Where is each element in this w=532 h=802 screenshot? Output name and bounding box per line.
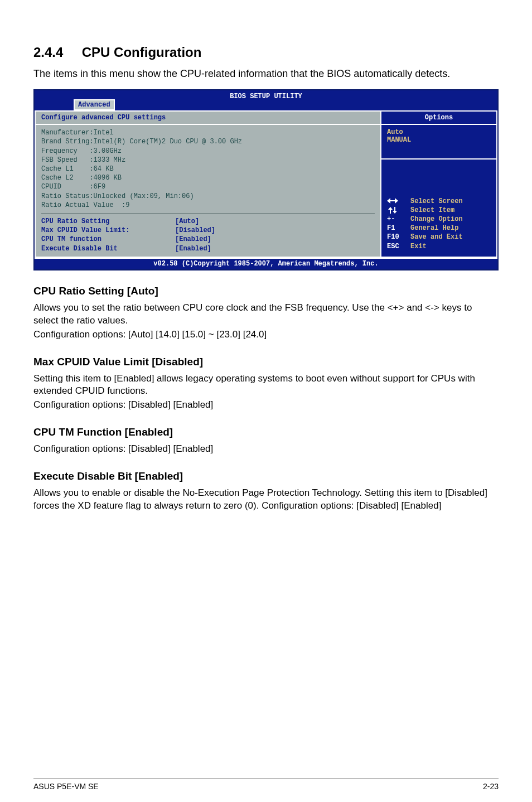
subheading-cpu-tm: CPU TM Function [Enabled] xyxy=(33,426,499,438)
bios-tab-advanced[interactable]: Advanced xyxy=(74,99,115,110)
bios-option-item[interactable]: MANUAL xyxy=(387,136,491,144)
body-text: Configuration options: [Disabled] [Enabl… xyxy=(33,443,499,456)
nav-label: Select Item xyxy=(410,206,454,215)
bios-nav-help: Select Screen Select Item +- Change Opti… xyxy=(381,194,496,257)
setting-label: Max CPUID Value Limit: xyxy=(41,226,175,235)
bios-main-content: Manufacturer:Intel Brand String:Intel(R)… xyxy=(36,125,380,256)
setting-label: CPU Ratio Setting xyxy=(41,217,175,226)
nav-key: F1 xyxy=(387,224,410,233)
nav-label: Select Screen xyxy=(410,197,463,206)
svg-marker-3 xyxy=(393,207,397,214)
setting-max-cpuid[interactable]: Max CPUID Value Limit: [Disabled] xyxy=(41,226,375,235)
nav-row: F10 Save and Exit xyxy=(387,233,491,241)
setting-cpu-tm[interactable]: CPU TM function [Enabled] xyxy=(41,235,375,244)
body-text: Setting this item to [Enabled] allows le… xyxy=(33,373,499,398)
cpu-info-line: Cache L2 :4096 KB xyxy=(41,173,375,182)
bios-side-panel: Options Auto MANUAL Select Screen xyxy=(380,112,497,257)
bios-option-item[interactable]: Auto xyxy=(387,128,491,136)
cpu-info-line: Cache L1 :64 KB xyxy=(41,165,375,173)
arrows-ud-icon xyxy=(387,206,410,215)
divider xyxy=(41,213,375,214)
bios-screenshot: BIOS SETUP UTILITY Advanced Configure ad… xyxy=(33,89,499,270)
setting-value: [Enabled] xyxy=(175,244,211,253)
body-text: Configuration options: [Disabled] [Enabl… xyxy=(33,399,499,412)
nav-row: Select Screen xyxy=(387,197,491,206)
footer-left: ASUS P5E-VM SE xyxy=(33,782,99,791)
bios-options-body: Auto MANUAL xyxy=(381,125,496,158)
setting-label: CPU TM function xyxy=(41,235,175,244)
nav-key: ESC xyxy=(387,242,410,251)
nav-label: Save and Exit xyxy=(410,233,463,241)
section-title-text: CPU Configuration xyxy=(82,45,202,60)
cpu-info-line: Brand String:Intel(R) Core(TM)2 Duo CPU … xyxy=(41,137,375,146)
bios-title-bar: BIOS SETUP UTILITY Advanced xyxy=(35,90,497,110)
bios-title: BIOS SETUP UTILITY xyxy=(230,93,302,100)
arrows-lr-icon xyxy=(387,197,410,206)
bios-footer: v02.58 (C)Copyright 1985-2007, American … xyxy=(35,258,497,269)
page-footer: ASUS P5E-VM SE 2-23 xyxy=(33,778,499,791)
nav-row: +- Change Option xyxy=(387,215,491,224)
subheading-cpu-ratio: CPU Ratio Setting [Auto] xyxy=(33,285,499,297)
cpu-info-line: Frequency :3.00GHz xyxy=(41,147,375,156)
cpu-info-line: FSB Speed :1333 MHz xyxy=(41,156,375,165)
setting-execute-disable[interactable]: Execute Disable Bit [Enabled] xyxy=(41,244,375,253)
cpu-info-line: Ratio Actual Value :9 xyxy=(41,201,375,210)
bios-side-options-box: Options Auto MANUAL xyxy=(381,112,496,160)
body-text: Allows you to set the ratio between CPU … xyxy=(33,302,499,327)
setting-cpu-ratio[interactable]: CPU Ratio Setting [Auto] xyxy=(41,217,375,226)
nav-label: Exit xyxy=(410,242,427,251)
setting-label: Execute Disable Bit xyxy=(41,244,175,253)
intro-paragraph: The items in this menu show the CPU-rela… xyxy=(33,67,499,80)
svg-marker-2 xyxy=(388,207,393,214)
bios-main-panel: Configure advanced CPU settings Manufact… xyxy=(35,112,380,257)
cpu-info-line: Manufacturer:Intel xyxy=(41,128,375,137)
nav-key: F10 xyxy=(387,233,410,241)
bios-body: Configure advanced CPU settings Manufact… xyxy=(35,110,497,257)
cpu-info-line: Ratio Status:Unlocked (Max:09, Min:06) xyxy=(41,192,375,201)
body-text: Allows you to enable or disable the No-E… xyxy=(33,487,499,513)
nav-row: F1 General Help xyxy=(387,224,491,233)
section-heading: 2.4.4 CPU Configuration xyxy=(33,45,499,60)
setting-value: [Enabled] xyxy=(175,235,211,244)
cpu-info-line: CPUID :6F9 xyxy=(41,182,375,191)
nav-row: Select Item xyxy=(387,206,491,215)
bios-options-title: Options xyxy=(381,112,496,125)
nav-row: ESC Exit xyxy=(387,242,491,251)
setting-value: [Disabled] xyxy=(175,226,215,235)
svg-marker-1 xyxy=(393,198,398,204)
nav-label: Change Option xyxy=(410,215,463,224)
setting-value: [Auto] xyxy=(175,217,199,226)
nav-label: General Help xyxy=(410,224,458,233)
bios-main-header: Configure advanced CPU settings xyxy=(36,112,380,125)
subheading-max-cpuid: Max CPUID Value Limit [Disabled] xyxy=(33,356,499,368)
footer-page-number: 2-23 xyxy=(483,782,499,791)
body-text: Configuration options: [Auto] [14.0] [15… xyxy=(33,328,499,341)
nav-key: +- xyxy=(387,215,410,224)
svg-marker-0 xyxy=(387,198,393,204)
section-number: 2.4.4 xyxy=(33,45,63,60)
subheading-execute-disable-bit: Execute Disable Bit [Enabled] xyxy=(33,470,499,482)
